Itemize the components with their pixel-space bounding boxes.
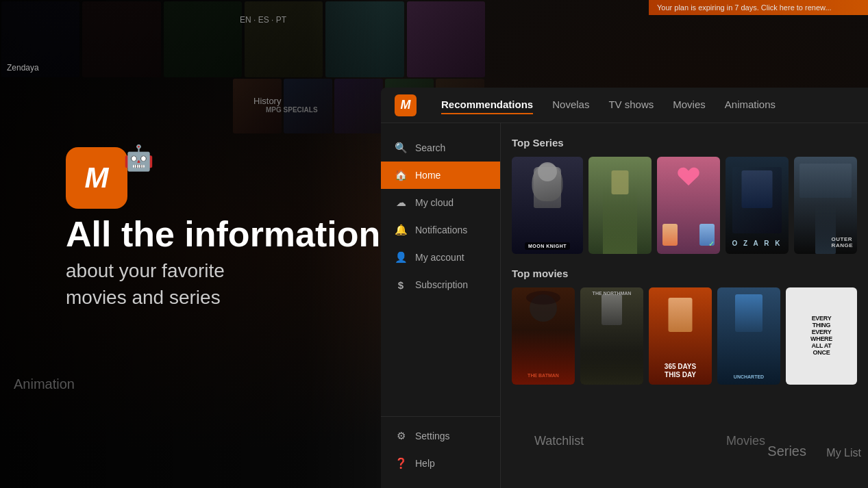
top-movies-title: Top movies [512,268,857,279]
365-days-label: 365 DAYSTHIS DAY [665,363,696,379]
card-outer-range[interactable]: OUTERRANGE [794,157,857,254]
sidebar-label-help: Help [415,458,435,469]
everything-label: EVERYTHINGEVERYWHEREALL ATONCE [810,316,832,356]
sidebar-label-notifications: Notifications [415,224,467,235]
batman-label: THE BATMAN [528,373,559,378]
moon-knight-logo: MOON KNIGHT [525,242,570,250]
headline-block: All the information about your favoritem… [66,216,380,311]
bg-history-label: History [253,96,281,106]
top-movies-grid: THE BATMAN THE NORTHMAN 365 DAYSTHIS DAY [512,287,857,385]
card-ozark[interactable]: O Z A R K [726,157,789,254]
notifications-icon: 🔔 [395,224,407,236]
sidebar-label-my-cloud: My cloud [415,197,454,208]
heartstopper-heart [677,167,701,188]
home-icon: 🏠 [395,169,407,181]
bg-specials-label: MPG SPECIALS [266,106,318,114]
bg-mylist-label: My List [826,447,861,459]
cloud-icon: ☁ [395,196,407,209]
sidebar-item-notifications[interactable]: 🔔 Notifications [381,216,500,244]
app-header: M Recommendations Novelas TV shows Movie… [381,88,868,123]
sidebar-item-settings[interactable]: ⚙ Settings [381,422,500,450]
sidebar-item-search[interactable]: 🔍 Search [381,134,500,162]
sidebar-label-subscription: Subscription [415,279,468,290]
ozark-label: O Z A R K [732,240,782,247]
top-series-title: Top Series [512,137,857,149]
app-icon: M [66,147,127,209]
sidebar-bottom: ⚙ Settings ❓ Help [381,416,500,477]
heartstopper-wifi-icon: ✓ [708,240,715,248]
card-moon-knight[interactable]: MOON KNIGHT [512,157,583,254]
card-365-days[interactable]: 365 DAYSTHIS DAY [649,287,712,385]
tab-movies[interactable]: Movies [673,96,706,114]
app-window: M Recommendations Novelas TV shows Movie… [381,88,868,488]
sidebar: 🔍 Search 🏠 Home ☁ My cloud 🔔 Notificatio… [381,123,501,488]
top-series-grid: MOON KNIGHT ✓ [512,157,857,254]
sidebar-label-search: Search [415,142,445,153]
card-batman[interactable]: THE BATMAN [512,287,575,385]
tab-tv-shows[interactable]: TV shows [608,96,654,114]
uncharted-label: UNCHARTED [734,374,764,379]
bg-thumb [407,1,485,77]
bg-actor-label: Zendaya [7,63,39,73]
northman-label: THE NORTHMAN [593,291,632,296]
sidebar-label-my-account: My account [415,252,464,263]
bg-animation-label: Animation [14,376,75,392]
bg-watchlist-label: Watchlist [534,434,584,448]
sidebar-item-my-cloud[interactable]: ☁ My cloud [381,189,500,216]
sidebar-spacer [381,298,500,416]
notif-bar-text: Your plan is expiring in 7 days. Click h… [657,3,832,12]
headline-light: about your favoritemovies and series [66,257,380,311]
subscription-icon: $ [395,279,407,291]
android-mascot-icon: 🤖 [123,144,154,172]
headline-bold: All the information [66,216,380,253]
card-uncharted[interactable]: UNCHARTED [717,287,780,385]
sidebar-label-home: Home [415,170,441,181]
card-everything-everywhere[interactable]: EVERYTHINGEVERYWHEREALL ATONCE [786,287,857,385]
app-logo: M [395,94,417,116]
bg-movies-label: Movies [726,434,765,448]
settings-icon: ⚙ [395,430,407,442]
app-body: 🔍 Search 🏠 Home ☁ My cloud 🔔 Notificatio… [381,123,868,488]
card-better-call-saul[interactable] [588,157,652,254]
sidebar-item-help[interactable]: ❓ Help [381,450,500,477]
sidebar-item-home[interactable]: 🏠 Home [381,162,500,189]
account-icon: 👤 [395,251,407,264]
card-heartstopper[interactable]: ✓ [657,157,720,254]
outer-range-label: OUTERRANGE [832,236,853,248]
card-northman[interactable]: THE NORTHMAN [580,287,643,385]
help-icon: ❓ [395,457,407,470]
language-indicator: EN · ES · PT [240,15,286,25]
nav-tabs: Recommendations Novelas TV shows Movies … [441,96,776,114]
sidebar-item-subscription[interactable]: $ Subscription [381,271,500,298]
app-logo-letter: M [85,162,109,194]
app-logo-m: M [401,98,411,112]
sidebar-item-my-account[interactable]: 👤 My account [381,244,500,271]
tab-novelas[interactable]: Novelas [552,96,589,114]
bg-series-label: Series [767,444,806,459]
notification-bar[interactable]: Your plan is expiring in 7 days. Click h… [649,0,868,15]
tab-recommendations[interactable]: Recommendations [441,96,533,114]
bg-filmstrip-item [334,79,383,133]
sidebar-label-settings: Settings [415,431,450,441]
search-icon: 🔍 [395,142,407,154]
tab-animations[interactable]: Animations [725,96,776,114]
